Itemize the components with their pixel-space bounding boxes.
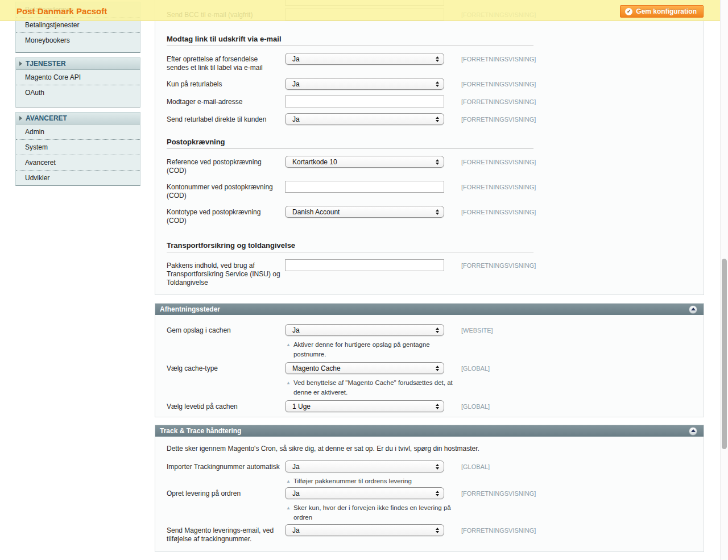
save-configuration-button[interactable]: Gem konfiguration bbox=[620, 5, 704, 18]
field-label: Importer Trackingnummer automatisk bbox=[167, 461, 285, 471]
note-text: Sker kun, hvor der i forvejen ikke finde… bbox=[293, 503, 456, 522]
field-label: Pakkens indhold, ved brug af Transportfo… bbox=[167, 259, 285, 287]
sidebar-item-oauth[interactable]: OAuth bbox=[16, 85, 140, 100]
select-value: Ja bbox=[292, 326, 436, 334]
form-row: Send Magento leverings-email, ved tilføj… bbox=[167, 524, 692, 544]
select-arrows-icon bbox=[436, 491, 439, 496]
field-note: ▲ Sker kun, hvor der i forvejen ikke fin… bbox=[285, 503, 456, 522]
sticky-header-bar: Post Danmark Pacsoft Gem konfiguration bbox=[0, 0, 721, 21]
select-arrows-icon bbox=[436, 81, 439, 87]
select-value: 1 Uge bbox=[292, 403, 436, 410]
select-arrows-icon bbox=[436, 327, 439, 333]
scope-label: [GLOBAL] bbox=[461, 362, 490, 372]
scope-label: [GLOBAL] bbox=[461, 461, 490, 470]
sidebar-group-avanceret: AVANCERET Admin System Avanceret Udvikle… bbox=[15, 112, 140, 186]
field-label: Vælg cache-type bbox=[167, 362, 285, 373]
sidebar-item-avanceret[interactable]: Avanceret bbox=[16, 155, 140, 170]
form-row: Vælg levetid på cachen 1 Uge [GLOBAL] bbox=[167, 400, 692, 412]
chevron-right-icon bbox=[19, 61, 22, 66]
sidebar-item-udvikler[interactable]: Udvikler bbox=[16, 170, 140, 185]
scope-label: [FORRETNINGSVISNING] bbox=[461, 53, 536, 63]
form-row: Pakkens indhold, ved brug af Transportfo… bbox=[167, 259, 692, 287]
form-row: Modtager e-mail-adresse [FORRETNINGSVISN… bbox=[167, 96, 692, 107]
recipient-email-input[interactable] bbox=[285, 96, 444, 107]
field-label: Reference ved postopkrævning (COD) bbox=[167, 156, 285, 175]
cod-account-number-input[interactable] bbox=[285, 181, 444, 193]
scope-label: [FORRETNINGSVISNING] bbox=[461, 96, 536, 105]
panel-track-trace: Track & Trace håndtering Dette sker igen… bbox=[155, 425, 704, 552]
section-header: Afhentningssteder bbox=[155, 304, 704, 315]
scope-label: [FORRETNINGSVISNING] bbox=[461, 156, 536, 165]
cod-account-type-select[interactable]: Danish Account bbox=[285, 206, 444, 218]
sidebar-item-magento-core-api[interactable]: Magento Core API bbox=[16, 70, 140, 85]
select-value: Ja bbox=[292, 80, 436, 88]
scope-label: [WEBSITE] bbox=[461, 324, 493, 334]
select-value: Ja bbox=[292, 55, 436, 63]
note-text: Tilføjer pakkenummer til ordrens leverin… bbox=[293, 476, 412, 486]
chevron-right-icon bbox=[19, 116, 22, 121]
cache-lookup-select[interactable]: Ja bbox=[285, 324, 444, 336]
sidebar-item-admin[interactable]: Admin bbox=[16, 125, 140, 139]
send-shipment-email-select[interactable]: Ja bbox=[285, 524, 444, 536]
note-triangle-icon: ▲ bbox=[286, 340, 291, 359]
create-shipment-select[interactable]: Ja bbox=[285, 487, 444, 499]
group-heading-postopkraevning: Postopkrævning bbox=[167, 138, 533, 149]
sidebar-item-system[interactable]: System bbox=[16, 139, 140, 155]
select-value: Ja bbox=[292, 115, 436, 123]
note-triangle-icon: ▲ bbox=[286, 503, 291, 522]
sidebar-header-label: AVANCERET bbox=[26, 114, 67, 122]
field-label: Efter oprettelse af forsendelse sendes e… bbox=[167, 53, 285, 72]
scrollbar-thumb[interactable] bbox=[722, 259, 727, 449]
cache-lifetime-select[interactable]: 1 Uge bbox=[285, 400, 444, 412]
field-label: Kontonummer ved postopkrævning (COD) bbox=[167, 181, 285, 200]
select-value: Magento Cache bbox=[292, 364, 436, 372]
cache-type-select[interactable]: Magento Cache bbox=[285, 362, 444, 374]
select-arrows-icon bbox=[436, 464, 439, 470]
scope-label: [GLOBAL] bbox=[461, 400, 490, 410]
sidebar-header-label: TJENESTER bbox=[26, 60, 66, 68]
select-arrows-icon bbox=[436, 528, 439, 533]
select-arrows-icon bbox=[436, 366, 439, 371]
page-title: Post Danmark Pacsoft bbox=[16, 6, 107, 16]
package-contents-input[interactable] bbox=[285, 259, 444, 271]
sidebar: Betalingsformer Betalingstjenester Money… bbox=[15, 2, 140, 190]
scope-label: [FORRETNINGSVISNING] bbox=[461, 259, 536, 269]
select-arrows-icon bbox=[436, 209, 439, 215]
field-label: Vælg levetid på cachen bbox=[167, 400, 285, 411]
section-title: Afhentningssteder bbox=[160, 305, 220, 313]
cod-reference-select[interactable]: Kortartkode 10 bbox=[285, 156, 444, 168]
sidebar-item-moneybookers[interactable]: Moneybookers bbox=[16, 32, 140, 48]
select-arrows-icon bbox=[436, 117, 439, 122]
form-row: Gem opslag i cachen Ja ▲ Aktiver denne f… bbox=[167, 324, 692, 359]
field-label: Gem opslag i cachen bbox=[167, 324, 285, 335]
select-arrows-icon bbox=[436, 56, 439, 62]
collapse-button[interactable] bbox=[689, 305, 697, 314]
sidebar-header-avanceret[interactable]: AVANCERET bbox=[16, 113, 140, 125]
field-label: Send Magento leverings-email, ved tilføj… bbox=[167, 524, 285, 544]
link-after-shipment-select[interactable]: Ja bbox=[285, 53, 444, 65]
note-triangle-icon: ▲ bbox=[286, 378, 291, 397]
scope-label: [FORRETNINGSVISNING] bbox=[461, 524, 536, 534]
scope-label: [FORRETNINGSVISNING] bbox=[461, 206, 536, 215]
import-tracking-select[interactable]: Ja bbox=[285, 461, 444, 472]
scrollbar-track[interactable] bbox=[720, 0, 728, 560]
sidebar-header-tjenester[interactable]: TJENESTER bbox=[16, 58, 140, 70]
save-button-label: Gem konfiguration bbox=[636, 7, 697, 15]
select-value: Danish Account bbox=[292, 208, 436, 216]
form-row: Vælg cache-type Magento Cache ▲ Ved beny… bbox=[167, 362, 692, 397]
field-note: ▲ Aktiver denne for hurtigere opslag på … bbox=[285, 340, 456, 359]
select-value: Kortartkode 10 bbox=[292, 158, 436, 166]
field-label: Modtager e-mail-adresse bbox=[167, 96, 285, 106]
config-page: Betalingsformer Betalingstjenester Money… bbox=[0, 0, 728, 560]
scope-label: [FORRETNINGSVISNING] bbox=[461, 487, 536, 497]
send-return-label-select[interactable]: Ja bbox=[285, 113, 444, 125]
only-return-labels-select[interactable]: Ja bbox=[285, 78, 444, 90]
section-title: Track & Trace håndtering bbox=[160, 427, 241, 435]
scope-label: [FORRETNINGSVISNING] bbox=[461, 78, 536, 88]
form-row: Kontotype ved postopkrævning (COD) Danis… bbox=[167, 206, 692, 225]
form-row: Reference ved postopkrævning (COD) Korta… bbox=[167, 156, 692, 175]
form-row: Opret levering på ordren Ja ▲ Sker kun, … bbox=[167, 487, 692, 522]
field-label: Kun på returlabels bbox=[167, 78, 285, 89]
collapse-button[interactable] bbox=[689, 427, 697, 435]
group-heading-modtag-link: Modtag link til udskrift via e-mail bbox=[167, 35, 533, 46]
